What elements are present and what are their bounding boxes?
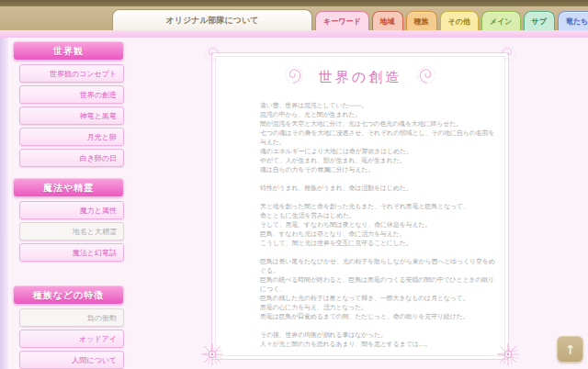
page-title: 世界の創造 (319, 69, 401, 86)
corner-sunburst-icon (200, 342, 224, 366)
story-line: 巨鳥の統べる時間が終わると、巨鳥は黒竜のつくる安穏の闇の中でひとときの眠りにつく… (260, 275, 499, 294)
sidebar-header-worldview[interactable]: 世界観 (13, 41, 124, 61)
tab-other[interactable]: その他 (440, 11, 479, 30)
story-line: 魂のエネルギーにより大地には命が芽吹きはじめた。 (260, 147, 499, 156)
story-paragraph: 巨鳥は長い尾をたなびかせ、光の粒子を散らしながら東から西へとゆっくり空をめぐる。… (260, 257, 499, 321)
story-line: やがて、人が生まれ、獣が生まれ、竜が生まれた。 (260, 156, 499, 165)
sidebar-section-magic: 魔法や精霊 魔力と属性 地名と大精霊 魔法と幻竜話 (13, 178, 124, 262)
story-paragraph: 遠い昔、世界は混沌としていた――。 混沌の中から、光と闇が生まれた。 闇が混沌を… (260, 101, 499, 174)
sidebar-item-worldview-concept[interactable]: 世界観のコンセプト (19, 64, 124, 83)
pink-divider-band (0, 30, 588, 39)
story-paragraph: 天と地を創った闇と命を創った光もまた、それぞれ黒竜と巨鳥となって、 命とともに生… (260, 202, 499, 248)
sidebar-nav: 世界観 世界観のコンセプト 世界の創造 神竜と黒竜 月光と卵 白き卵の日 魔法や… (13, 41, 124, 369)
top-bar: オリジナル部隊について キーワード 地域 種族 その他 メイン サブ 竜たち 展… (0, 0, 588, 30)
story-text: 遠い昔、世界は混沌としていた――。 混沌の中から、光と闇が生まれた。 闇が混沌を… (260, 101, 499, 349)
left-edge-strip (0, 38, 8, 369)
story-line: そして、黒竜、すなわち闇は夜となり、命に休息を与えた。 (260, 220, 499, 229)
tab-bar: オリジナル部隊について キーワード 地域 種族 その他 メイン サブ 竜たち 展… (112, 9, 588, 30)
top-strip (0, 0, 588, 6)
back-to-top-button[interactable]: ↑ (557, 336, 583, 363)
sidebar-item-about-humans[interactable]: 人間について (19, 351, 124, 369)
title-swirl-left-icon (284, 65, 304, 89)
sidebar-header-races[interactable]: 種族などの特徴 (13, 285, 124, 305)
corner-sunburst-icon (496, 342, 520, 366)
story-paragraph: 特性がうまれ、種族がうまれ、命は活動をはじめた。 (260, 184, 499, 193)
sidebar-section-races: 種族などの特徴 負の衝動 オッドアイ 人間について 竜について (13, 285, 124, 369)
story-line: 黒竜は巨鳥が目覚めるまでの間、ただじっと、命の眠りを見守り続けた。 (260, 312, 499, 321)
tab-dragons[interactable]: 竜たち (558, 11, 588, 30)
sidebar-section-worldview: 世界観 世界観のコンセプト 世界の創造 神竜と黒竜 月光と卵 白き卵の日 (13, 41, 124, 167)
up-arrow-icon: ↑ (565, 342, 576, 357)
story-line: 七つの魂はその身を大地に浸透させ、それぞれの領域とし、その地に自らの名前を与えた… (260, 129, 499, 147)
sidebar-item-placenames-spirits[interactable]: 地名と大精霊 (19, 222, 124, 240)
tab-sub[interactable]: サブ (524, 11, 555, 30)
story-line: 人々が光と闇の力を恐れるあまり、闇を悪とするまでは…。 (260, 340, 499, 349)
content-panel: 世界の創造 遠い昔、世界は混沌としていた――。 混沌の中から、光と闇が生まれた。… (211, 52, 509, 360)
story-line: 黒竜の心に力を与え、活力となった。 (260, 303, 499, 312)
sidebar-item-divine-black-dragon[interactable]: 神竜と黒竜 (19, 106, 124, 125)
title-swirl-right-icon (416, 65, 436, 89)
sidebar-item-magic-dragontales[interactable]: 魔法と幻竜話 (19, 243, 124, 262)
story-line: 混沌の中から、光と闇が生まれた。 (260, 110, 499, 119)
tab-region[interactable]: 地域 (372, 11, 403, 30)
sidebar-item-moonlight-egg[interactable]: 月光と卵 (19, 128, 124, 146)
sidebar-header-magic[interactable]: 魔法や精霊 (13, 178, 124, 197)
story-line: こうして、闇と光は世界を交互に見守ることにした。 (260, 239, 499, 248)
page-title-row: 世界の創造 (212, 65, 508, 89)
story-line: 巨鳥の残した光の粒子は星となって輝き、一際大きなものは月となって。 (260, 294, 499, 303)
sidebar-item-odd-eye[interactable]: オッドアイ (19, 330, 124, 348)
story-line: その後、世界の均衡が崩れる事はなかった。 (260, 330, 499, 340)
story-line: 闇が混沌を天空と大地に分け、光は七つの色光の魂を大地に降らせた。 (260, 119, 499, 129)
tab-race[interactable]: 種族 (406, 11, 437, 30)
sidebar-item-magic-attributes[interactable]: 魔力と属性 (19, 201, 124, 219)
story-line: 特性がうまれ、種族がうまれ、命は活動をはじめた。 (260, 184, 499, 193)
corner-swirl-icon (499, 44, 517, 62)
sidebar-item-white-egg-day[interactable]: 白き卵の日 (19, 149, 124, 167)
tab-keyword[interactable]: キーワード (315, 11, 369, 30)
story-paragraph: その後、世界の均衡が崩れる事はなかった。 人々が光と闇の力を恐れるあまり、闇を悪… (260, 330, 499, 349)
story-line: 天と地を創った闇と命を創った光もまた、それぞれ黒竜と巨鳥となって、 (260, 202, 499, 211)
story-line: 巨鳥、すなわち光は昼となり、命に活力を与えた。 (260, 229, 499, 239)
story-line: 巨鳥は長い尾をたなびかせ、光の粒子を散らしながら東から西へとゆっくり空をめぐる。 (260, 257, 499, 275)
sidebar-item-world-creation[interactable]: 世界の創造 (19, 85, 124, 104)
tab-main[interactable]: メイン (481, 11, 521, 30)
story-line: 命とともに生活を営みはじめた。 (260, 211, 499, 220)
story-line: 魂は自らの力をその眷属に分け与えた。 (260, 165, 499, 174)
sidebar-item-negative-impulse[interactable]: 負の衝動 (19, 308, 124, 327)
tab-original-unit[interactable]: オリジナル部隊について (112, 9, 312, 30)
corner-swirl-icon (203, 44, 221, 62)
story-line: 遠い昔、世界は混沌としていた――。 (260, 101, 499, 110)
